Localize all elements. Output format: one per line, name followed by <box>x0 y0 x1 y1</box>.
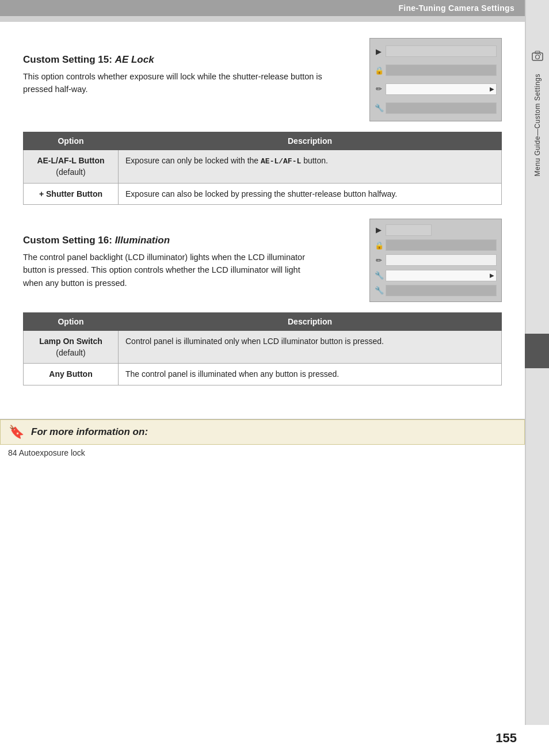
cam-icon-16-play: ▶ <box>375 226 383 234</box>
option-cell: AE-L/AF-L Button(default) <box>24 150 119 184</box>
cam-row-16-2: 🔒 <box>375 238 497 253</box>
cam-row-1: ▶ <box>375 43 497 59</box>
table-row: + Shutter ButtonExposure can also be loc… <box>24 183 502 204</box>
table-row: AE-L/AF-L Button(default)Exposure can on… <box>24 150 502 184</box>
cam-icon-16-pencil: ✏ <box>375 256 383 265</box>
svg-rect-1 <box>535 51 540 54</box>
cam-bar-16-2 <box>386 239 497 251</box>
cam-bar-16-4: ▶ <box>386 270 497 281</box>
page-number: 155 <box>495 731 517 746</box>
section16-title: Custom Setting 16: Illumination <box>23 235 356 246</box>
cam-row-16-4: 🔧 ▶ <box>375 268 497 283</box>
svg-point-2 <box>536 55 540 59</box>
description-cell: Control panel is illuminated only when L… <box>119 330 502 364</box>
right-sidebar: Menu Guide—Custom Settings <box>525 0 549 725</box>
section15-title: Custom Setting 15: AE Lock <box>23 54 356 66</box>
table15-col-option: Option <box>24 132 119 150</box>
sidebar-label: Menu Guide—Custom Settings <box>533 74 542 176</box>
description-cell: Exposure can also be locked by pressing … <box>119 183 502 204</box>
cam-icon-pencil: ✏ <box>375 85 383 93</box>
subheader-bar <box>0 16 525 22</box>
table-row: Lamp On Switch(default)Control panel is … <box>24 330 502 364</box>
cam-bar-1 <box>386 45 497 57</box>
cam-row-3: ✏ ▶ <box>375 81 497 97</box>
cam-icon-16-misc: 🔧 <box>375 286 383 295</box>
camera-screen-15: ▶ 🔒 ✏ ▶ 🔧 <box>369 38 502 121</box>
table-15: Option Description AE-L/AF-L Button(defa… <box>23 132 502 205</box>
cam-row-16-3: ✏ <box>375 253 497 268</box>
cam-icon-wrench: 🔧 <box>375 104 383 112</box>
option-cell: + Shutter Button <box>24 183 119 204</box>
table16-col-option: Option <box>24 312 119 330</box>
cam-bar-3: ▶ <box>386 83 497 95</box>
cam-bar-2 <box>386 64 497 76</box>
cam-row-16-1: ▶ <box>375 223 497 238</box>
cam-icon-16-lock: 🔒 <box>375 241 383 250</box>
header-title: Fine-Tuning Camera Settings <box>398 3 514 13</box>
camera-screen-16: ▶ 🔒 ✏ 🔧 ▶ 🔧 <box>369 219 502 302</box>
sidebar-dark-block <box>525 334 549 368</box>
cam-arrow-16-4: ▶ <box>490 272 494 278</box>
sidebar-icon <box>527 46 548 67</box>
table16-col-desc: Description <box>119 312 502 330</box>
cam-bar-4 <box>386 102 497 114</box>
camera-preview-16: ▶ 🔒 ✏ 🔧 ▶ 🔧 <box>369 219 502 302</box>
cam-bar-16-3 <box>386 254 497 266</box>
section15-row: Custom Setting 15: AE Lock This option c… <box>23 38 502 121</box>
cam-arrow-3: ▶ <box>490 86 494 92</box>
info-title: For more information on: <box>31 426 148 438</box>
section16-body: The control panel backlight (LCD illumin… <box>23 251 322 289</box>
bottom-info-bar: 🔖 For more information on: <box>0 419 525 445</box>
cam-icon-16-wrench: 🔧 <box>375 271 383 280</box>
bottom-ref: 84 Autoexposure lock <box>0 445 525 461</box>
cam-row-4: 🔧 <box>375 100 497 116</box>
svg-point-3 <box>540 54 541 55</box>
cam-icon-lock: 🔒 <box>375 66 383 75</box>
page-header: Fine-Tuning Camera Settings <box>0 0 549 16</box>
table-row: Any ButtonThe control panel is illuminat… <box>24 364 502 385</box>
section15-body: This option controls whether exposure wi… <box>23 70 322 96</box>
cam-icon-play: ▶ <box>375 47 383 56</box>
description-cell: The control panel is illuminated when an… <box>119 364 502 385</box>
table-16: Option Description Lamp On Switch(defaul… <box>23 312 502 385</box>
option-cell: Lamp On Switch(default) <box>24 330 119 364</box>
cam-row-2: 🔒 <box>375 62 497 78</box>
cam-row-16-5: 🔧 <box>375 283 497 298</box>
cam-bar-16-5 <box>386 285 497 296</box>
info-icon: 🔖 <box>9 425 24 440</box>
table15-col-desc: Description <box>119 132 502 150</box>
bottom-area: 🔖 For more information on: 84 Autoexposu… <box>0 419 525 461</box>
camera-preview-15: ▶ 🔒 ✏ ▶ 🔧 <box>369 38 502 121</box>
section16-row: Custom Setting 16: Illumination The cont… <box>23 219 502 302</box>
section16-text: Custom Setting 16: Illumination The cont… <box>23 219 356 289</box>
section15-text: Custom Setting 15: AE Lock This option c… <box>23 38 356 96</box>
main-content: Custom Setting 15: AE Lock This option c… <box>0 22 525 402</box>
option-cell: Any Button <box>24 364 119 385</box>
cam-bar-16-1 <box>386 224 432 236</box>
description-cell: Exposure can only be locked with the AE-… <box>119 150 502 184</box>
